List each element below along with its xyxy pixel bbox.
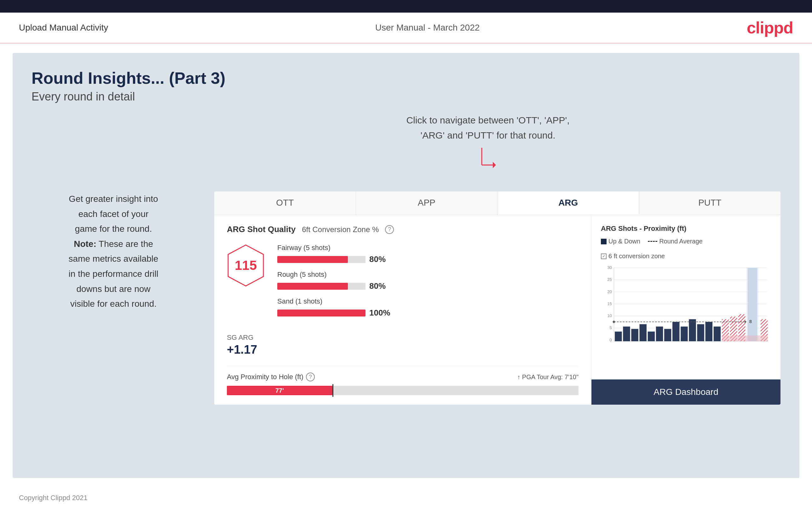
- legend-up-down: Up & Down: [601, 238, 640, 245]
- title-section: Round Insights... (Part 3) Every round i…: [32, 69, 780, 103]
- svg-text:8: 8: [749, 319, 752, 324]
- legend-dash-icon: [648, 241, 657, 242]
- navigate-hint: Click to navigate between 'OTT', 'APP', …: [394, 113, 582, 143]
- hex-badge: 115: [227, 244, 265, 287]
- footer: Copyright Clippd 2021: [0, 488, 812, 507]
- page-title: Round Insights... (Part 3): [32, 69, 780, 88]
- svg-marker-41: [613, 320, 615, 323]
- svg-text:20: 20: [607, 289, 612, 294]
- top-bar: [0, 0, 812, 13]
- left-column: Get greater insight into each facet of y…: [32, 191, 195, 312]
- svg-rect-31: [706, 322, 712, 341]
- user-manual-label: User Manual - March 2022: [375, 23, 479, 33]
- svg-rect-25: [656, 327, 663, 341]
- tab-arg[interactable]: ARG: [498, 191, 639, 215]
- svg-rect-30: [697, 324, 704, 341]
- svg-text:25: 25: [607, 277, 612, 282]
- help-icon[interactable]: ?: [385, 225, 394, 234]
- proximity-header: Avg Proximity to Hole (ft) ? ↑ PGA Tour …: [227, 373, 578, 381]
- svg-text:10: 10: [607, 313, 612, 318]
- legend-6ft-zone: ✓ 6 ft conversion zone: [601, 252, 665, 260]
- tab-bar: OTT APP ARG PUTT: [214, 191, 780, 215]
- shot-bars: Fairway (5 shots) 80% Rough (5 shots): [277, 244, 578, 324]
- svg-text:5: 5: [610, 325, 612, 330]
- main-content: Round Insights... (Part 3) Every round i…: [13, 53, 799, 478]
- tab-putt[interactable]: PUTT: [639, 191, 781, 215]
- sand-bar-fill: [277, 309, 365, 317]
- sg-section: SG ARG +1.17: [227, 334, 578, 356]
- svg-rect-28: [680, 327, 688, 341]
- svg-rect-27: [672, 322, 679, 341]
- panel-right: ARG Shots - Proximity (ft) Up & Down Rou…: [592, 215, 780, 405]
- panel-left: ARG Shot Quality 6ft Conversion Zone % ?…: [214, 215, 592, 405]
- header: Upload Manual Activity User Manual - Mar…: [0, 13, 812, 44]
- svg-rect-23: [640, 324, 647, 341]
- svg-rect-32: [714, 327, 721, 341]
- svg-rect-26: [664, 329, 671, 341]
- sand-row: Sand (1 shots) 100%: [277, 297, 578, 318]
- content-layout: Get greater insight into each facet of y…: [32, 191, 780, 405]
- svg-rect-21: [623, 327, 630, 341]
- proximity-bar-track: 77': [227, 386, 578, 395]
- proximity-bar-fill: 77': [227, 386, 333, 395]
- insight-text: Get greater insight into each facet of y…: [32, 191, 195, 312]
- arg-proximity-chart: 30 25 20 15 10 5 0: [601, 265, 771, 353]
- arg-card: OTT APP ARG PUTT ARG Shot Quality 6ft Co…: [214, 191, 780, 405]
- fairway-row: Fairway (5 shots) 80%: [277, 244, 578, 264]
- fairway-bar-fill: [277, 256, 348, 263]
- svg-rect-29: [689, 319, 696, 341]
- page-subtitle: Every round in detail: [32, 90, 780, 103]
- arg-dashboard-button[interactable]: ARG Dashboard: [592, 380, 780, 405]
- proximity-cursor: [333, 384, 334, 397]
- upload-manual-label: Upload Manual Activity: [19, 23, 108, 33]
- svg-rect-20: [615, 332, 622, 341]
- svg-rect-22: [631, 329, 638, 341]
- fairway-bar-track: [277, 256, 365, 263]
- svg-rect-44: [722, 335, 768, 341]
- legend-check-icon: ✓: [601, 253, 607, 259]
- svg-text:0: 0: [610, 338, 612, 342]
- nav-arrow-icon: [472, 146, 504, 174]
- tab-app[interactable]: APP: [356, 191, 498, 215]
- rough-bar-track: [277, 283, 365, 290]
- svg-text:30: 30: [607, 265, 612, 270]
- chart-container: 30 25 20 15 10 5 0: [601, 265, 771, 380]
- proximity-help-icon[interactable]: ?: [306, 373, 315, 381]
- svg-marker-42: [745, 320, 747, 323]
- chart-header: ARG Shots - Proximity (ft): [601, 225, 771, 233]
- hex-bars-container: 115 Fairway (5 shots) 80%: [227, 244, 578, 324]
- svg-rect-24: [648, 332, 655, 341]
- legend-round-avg: Round Average: [648, 238, 703, 245]
- sand-bar-track: [277, 309, 365, 317]
- legend-box-icon: [601, 239, 607, 244]
- svg-text:15: 15: [607, 301, 612, 306]
- shot-quality-header: ARG Shot Quality 6ft Conversion Zone % ?: [227, 225, 578, 234]
- proximity-section: Avg Proximity to Hole (ft) ? ↑ PGA Tour …: [227, 366, 578, 395]
- tab-ott[interactable]: OTT: [214, 191, 356, 215]
- chart-legend: Up & Down Round Average ✓ 6 ft conversio…: [601, 238, 771, 260]
- svg-rect-38: [748, 268, 757, 341]
- rough-row: Rough (5 shots) 80%: [277, 271, 578, 291]
- clippd-logo: clippd: [747, 18, 793, 37]
- svg-marker-2: [493, 162, 496, 168]
- chart-bars: [615, 268, 768, 341]
- rough-bar-fill: [277, 283, 348, 290]
- panel-body: ARG Shot Quality 6ft Conversion Zone % ?…: [214, 215, 780, 405]
